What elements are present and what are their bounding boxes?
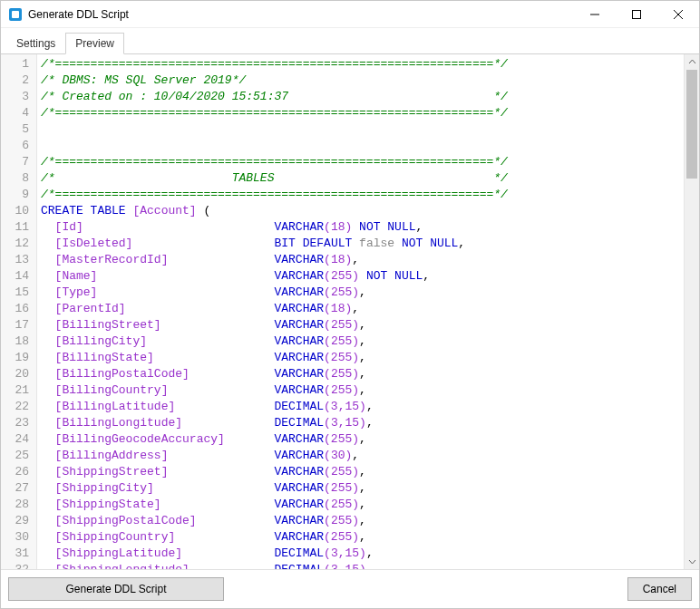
- code-line: [IsDeleted] BIT DEFAULT false NOT NULL,: [41, 236, 680, 252]
- code-line: [Type] VARCHAR(255),: [41, 285, 680, 301]
- line-number: 20: [10, 366, 29, 382]
- code-line: [BillingState] VARCHAR(255),: [41, 350, 680, 366]
- titlebar: Generate DDL Script: [1, 1, 699, 28]
- code-line: [ShippingLatitude] DECIMAL(3,15),: [41, 546, 680, 562]
- app-icon: [8, 7, 23, 22]
- line-number: 8: [10, 170, 29, 187]
- line-number: 21: [10, 382, 29, 399]
- line-number: 29: [10, 513, 29, 529]
- code-line: [Name] VARCHAR(255) NOT NULL,: [41, 268, 680, 285]
- maximize-button[interactable]: [616, 1, 657, 28]
- line-number: 26: [10, 464, 29, 480]
- line-number: 14: [10, 268, 29, 285]
- code-line: [BillingCity] VARCHAR(255),: [41, 334, 680, 350]
- code-line: [BillingGeocodeAccuracy] VARCHAR(255),: [41, 431, 680, 448]
- line-number: 22: [10, 399, 29, 415]
- line-number: 30: [10, 529, 29, 546]
- line-number: 3: [10, 89, 29, 105]
- line-number: 2: [10, 72, 29, 89]
- code-line: [ShippingPostalCode] VARCHAR(255),: [41, 513, 680, 529]
- svg-line-4: [674, 10, 683, 19]
- code-line: /*======================================…: [41, 187, 680, 203]
- code-line: [ShippingStreet] VARCHAR(255),: [41, 464, 680, 480]
- svg-rect-1: [12, 11, 19, 18]
- cancel-button[interactable]: Cancel: [627, 577, 692, 601]
- line-number: 7: [10, 154, 29, 170]
- code-line: [ShippingState] VARCHAR(255),: [41, 497, 680, 513]
- generate-button[interactable]: Generate DDL Script: [8, 577, 224, 601]
- svg-rect-3: [633, 10, 641, 18]
- code-line: [MasterRecordId] VARCHAR(18),: [41, 252, 680, 268]
- vertical-scrollbar[interactable]: [684, 54, 699, 569]
- code-line: [41, 138, 680, 154]
- tab-preview[interactable]: Preview: [65, 33, 124, 54]
- line-number: 31: [10, 546, 29, 562]
- line-gutter: 1234567891011121314151617181920212223242…: [1, 54, 37, 569]
- code-line: [BillingLongitude] DECIMAL(3,15),: [41, 415, 680, 431]
- line-number: 12: [10, 236, 29, 252]
- code-line: [BillingPostalCode] VARCHAR(255),: [41, 366, 680, 382]
- line-number: 4: [10, 105, 29, 121]
- close-button[interactable]: [657, 1, 699, 28]
- code-line: [ShippingCountry] VARCHAR(255),: [41, 529, 680, 546]
- line-number: 24: [10, 431, 29, 448]
- line-number: 5: [10, 121, 29, 138]
- code-line: [BillingCountry] VARCHAR(255),: [41, 382, 680, 399]
- line-number: 25: [10, 448, 29, 464]
- code-line: [BillingAddress] VARCHAR(30),: [41, 448, 680, 464]
- line-number: 9: [10, 187, 29, 203]
- window-title: Generate DDL Script: [28, 8, 129, 21]
- code-line: [ShippingLongitude] DECIMAL(3,15),: [41, 562, 680, 569]
- code-line: /* TABLES */: [41, 170, 680, 187]
- svg-line-5: [674, 10, 683, 19]
- line-number: 1: [10, 56, 29, 72]
- scroll-up-icon[interactable]: [685, 54, 699, 70]
- tab-settings[interactable]: Settings: [6, 33, 65, 54]
- code-line: /* DBMS: MS SQL Server 2019*/: [41, 72, 680, 89]
- code-line: [ParentId] VARCHAR(18),: [41, 301, 680, 317]
- code-line: /*======================================…: [41, 56, 680, 72]
- code-line: /* Created on : 10/04/2020 15:51:37 */: [41, 89, 680, 105]
- code-line: /*======================================…: [41, 105, 680, 121]
- scroll-thumb[interactable]: [686, 70, 697, 179]
- line-number: 15: [10, 285, 29, 301]
- code-line: [BillingStreet] VARCHAR(255),: [41, 317, 680, 334]
- line-number: 10: [10, 203, 29, 219]
- code-area[interactable]: /*======================================…: [37, 54, 684, 569]
- minimize-button[interactable]: [574, 1, 616, 28]
- line-number: 6: [10, 138, 29, 154]
- line-number: 13: [10, 252, 29, 268]
- line-number: 11: [10, 219, 29, 236]
- code-editor: 1234567891011121314151617181920212223242…: [1, 54, 699, 570]
- tabs: Settings Preview: [1, 28, 699, 54]
- line-number: 18: [10, 334, 29, 350]
- code-line: [41, 121, 680, 138]
- code-line: [BillingLatitude] DECIMAL(3,15),: [41, 399, 680, 415]
- code-line: CREATE TABLE [Account] (: [41, 203, 680, 219]
- scroll-down-icon[interactable]: [685, 554, 699, 569]
- line-number: 23: [10, 415, 29, 431]
- line-number: 27: [10, 480, 29, 497]
- line-number: 19: [10, 350, 29, 366]
- footer: Generate DDL Script Cancel: [1, 570, 699, 608]
- code-line: [ShippingCity] VARCHAR(255),: [41, 480, 680, 497]
- line-number: 16: [10, 301, 29, 317]
- line-number: 32: [10, 562, 29, 570]
- line-number: 17: [10, 317, 29, 334]
- code-line: /*======================================…: [41, 154, 680, 170]
- line-number: 28: [10, 497, 29, 513]
- code-line: [Id] VARCHAR(18) NOT NULL,: [41, 219, 680, 236]
